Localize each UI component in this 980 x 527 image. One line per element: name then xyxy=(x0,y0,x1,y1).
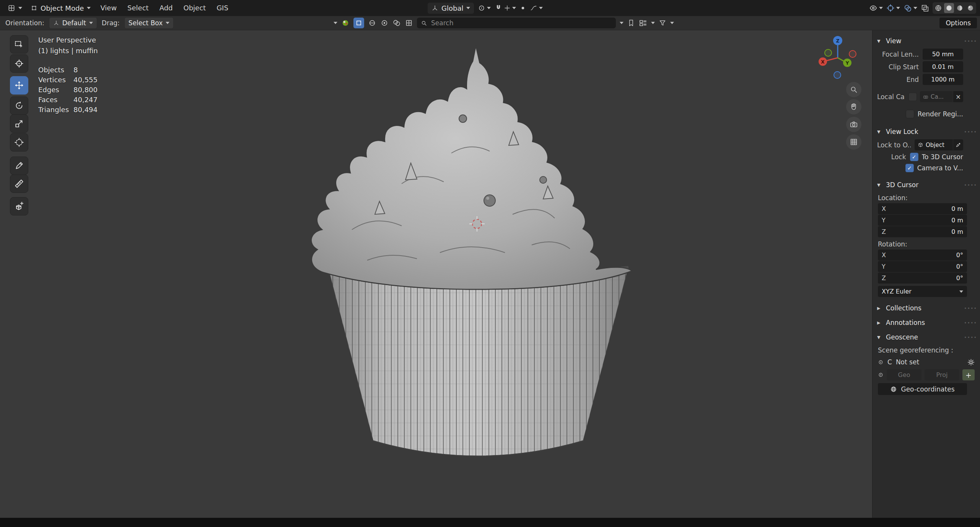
chevron-down-icon[interactable] xyxy=(334,22,337,24)
axis-neg-x-ball[interactable] xyxy=(849,51,856,57)
focal-length-field[interactable]: 50 mm xyxy=(923,49,963,60)
panel-grip[interactable]: ∙∙∙∙ xyxy=(964,129,977,134)
pan-button[interactable] xyxy=(846,99,861,114)
tool-add-cube[interactable] xyxy=(10,197,28,215)
bookmark-icon[interactable] xyxy=(627,19,635,27)
proj-button[interactable]: Proj xyxy=(925,369,959,380)
orientation-dropdown[interactable]: Default xyxy=(49,17,97,29)
chevron-down-icon[interactable] xyxy=(670,22,674,24)
camera-view-button[interactable] xyxy=(846,117,861,132)
radio-dot-icon[interactable] xyxy=(878,372,884,378)
drag-dropdown[interactable]: Select Box xyxy=(124,17,174,29)
radio-dot-icon[interactable] xyxy=(878,359,884,365)
snapping-button[interactable] xyxy=(495,4,516,12)
display-toggle-sphere-icon[interactable] xyxy=(368,19,376,27)
xray-toggle[interactable] xyxy=(921,4,929,12)
cursor-rotation-z[interactable]: Z0° xyxy=(878,272,967,284)
ortho-toggle-button[interactable] xyxy=(846,134,861,150)
gizmos-button[interactable] xyxy=(886,4,900,12)
panel-grip[interactable]: ∙∙∙∙ xyxy=(964,320,977,325)
overlays-button[interactable] xyxy=(903,4,917,12)
lock-to-object-field[interactable]: Object xyxy=(915,139,953,150)
display-toggle-shaded-icon[interactable] xyxy=(380,19,389,27)
local-camera-checkbox[interactable] xyxy=(908,93,917,101)
shading-material-button[interactable] xyxy=(955,3,965,13)
tool-select-box[interactable] xyxy=(10,35,28,54)
menu-object[interactable]: Object xyxy=(179,0,211,16)
to-3d-cursor-checkbox[interactable]: ✓ xyxy=(910,153,918,161)
panel-grip[interactable]: ∙∙∙∙ xyxy=(964,38,977,44)
shading-solid-button[interactable] xyxy=(944,3,954,13)
cursor-rotation-y[interactable]: Y0° xyxy=(878,261,967,272)
tool-move[interactable] xyxy=(10,76,28,95)
cursor-section-header[interactable]: ▼ 3D Cursor ∙∙∙∙ xyxy=(873,178,980,191)
object-visibility-button[interactable] xyxy=(869,4,883,12)
panel-grip[interactable]: ∙∙∙∙ xyxy=(964,305,977,311)
filter-funnel-icon[interactable] xyxy=(659,19,666,27)
local-camera-field[interactable]: Ca... xyxy=(920,91,953,102)
pivot-point-button[interactable] xyxy=(478,4,491,12)
display-toggle-texture-icon[interactable] xyxy=(392,19,401,27)
plus-label: + xyxy=(965,371,972,379)
mode-select[interactable]: Object Mode xyxy=(27,3,94,14)
axis-x-ball[interactable]: X xyxy=(819,57,827,66)
search-box[interactable] xyxy=(417,18,616,28)
camera-to-view-checkbox[interactable]: ✓ xyxy=(905,164,914,172)
annotations-section-header[interactable]: ▶ Annotations ∙∙∙∙ xyxy=(873,316,980,329)
clip-end-field[interactable]: 1000 m xyxy=(923,74,963,85)
editor-type-button[interactable] xyxy=(4,3,26,13)
navigation-gizmo[interactable]: Z X Y xyxy=(814,34,860,80)
render-region-checkbox[interactable] xyxy=(906,110,914,118)
menu-select[interactable]: Select xyxy=(122,0,154,16)
gear-icon[interactable] xyxy=(967,359,975,366)
cursor-location-z[interactable]: Z0 m xyxy=(878,226,967,237)
tool-transform[interactable] xyxy=(10,133,28,152)
tool-measure[interactable] xyxy=(10,175,28,193)
axis-neg-y-ball[interactable] xyxy=(825,49,832,56)
geoscene-section-header[interactable]: ▼ Geoscene ∙∙∙∙ xyxy=(873,331,980,344)
eyedropper-button[interactable] xyxy=(953,139,963,150)
menu-gis[interactable]: GIS xyxy=(212,0,233,16)
view-section-header[interactable]: ▼ View ∙∙∙∙ xyxy=(873,34,980,47)
display-settings-icon[interactable] xyxy=(639,19,647,27)
options-button[interactable]: Options xyxy=(939,18,977,28)
axis-neg-z-ball[interactable] xyxy=(834,72,841,78)
chevron-down-icon[interactable] xyxy=(620,22,623,24)
3d-viewport[interactable]: User Perspective (1) lights | muffin Obj… xyxy=(0,30,980,518)
material-ball-icon[interactable] xyxy=(341,19,350,27)
panel-grip[interactable]: ∙∙∙∙ xyxy=(964,182,977,188)
tool-annotate[interactable] xyxy=(10,157,28,175)
collections-section-header[interactable]: ▶ Collections ∙∙∙∙ xyxy=(873,302,980,315)
active-display-toggle[interactable] xyxy=(353,18,364,28)
geo-button[interactable]: Geo xyxy=(887,369,921,380)
menu-view[interactable]: View xyxy=(95,0,122,16)
shading-wireframe-button[interactable] xyxy=(933,3,943,13)
geoscene-section-title: Geoscene xyxy=(886,333,918,341)
cursor-rotation-x[interactable]: X0° xyxy=(878,250,967,261)
transform-orientation-select[interactable]: Global xyxy=(428,3,474,14)
falloff-button[interactable] xyxy=(530,4,543,12)
geo-coordinates-button[interactable]: Geo-coordinates xyxy=(878,383,967,395)
muffin-mesh-object[interactable] xyxy=(0,30,980,518)
tool-rotate[interactable] xyxy=(10,96,28,115)
proportional-edit-button[interactable] xyxy=(520,5,526,11)
view-lock-section-header[interactable]: ▼ View Lock ∙∙∙∙ xyxy=(873,125,980,138)
shading-rendered-button[interactable] xyxy=(965,3,975,13)
cursor-location-y[interactable]: Y0 m xyxy=(878,215,967,226)
panel-grip[interactable]: ∙∙∙∙ xyxy=(964,334,977,340)
chevron-down-icon[interactable] xyxy=(651,22,655,24)
clip-start-field[interactable]: 0.01 m xyxy=(923,61,963,72)
search-input[interactable] xyxy=(430,19,612,27)
clear-camera-button[interactable]: × xyxy=(953,91,963,102)
display-toggle-grid-icon[interactable] xyxy=(405,19,413,27)
menu-add[interactable]: Add xyxy=(155,0,178,16)
axis-y-ball[interactable]: Y xyxy=(843,59,851,67)
euler-order-dropdown[interactable]: XYZ Euler xyxy=(878,286,967,297)
tool-scale[interactable] xyxy=(10,114,28,133)
cursor-location-x[interactable]: X0 m xyxy=(878,203,967,214)
zoom-button[interactable] xyxy=(846,82,861,97)
tool-cursor[interactable] xyxy=(10,54,28,73)
geo-coordinates-label: Geo-coordinates xyxy=(901,385,954,393)
add-crs-button[interactable]: + xyxy=(962,369,975,380)
axis-z-ball[interactable]: Z xyxy=(833,36,842,45)
